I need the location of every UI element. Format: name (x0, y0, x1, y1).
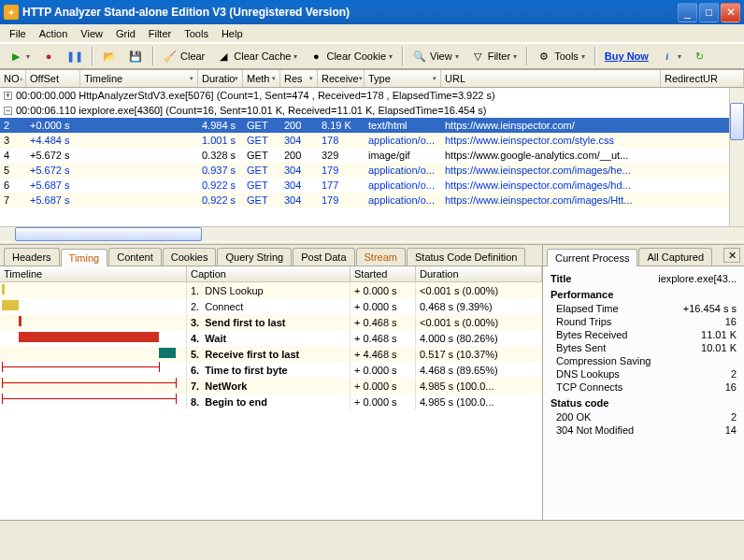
perf-field: Bytes Received11.01 K (551, 328, 737, 341)
clear-cache-label: Clear Cache (234, 50, 291, 62)
timing-col-caption[interactable]: Caption (187, 266, 351, 281)
refresh-icon: ↻ (693, 49, 708, 64)
open-button[interactable]: 📂 (97, 46, 122, 66)
col-duration[interactable]: Duratio▾ (198, 70, 243, 87)
menubar: File Action View Grid Filter Tools Help (0, 24, 744, 43)
timing-col-timeline[interactable]: Timeline (0, 266, 187, 281)
status-field: 304 Not Modified14 (551, 424, 737, 437)
status-section: Status code (551, 397, 737, 409)
title-label: Title (551, 273, 571, 284)
tree-group[interactable]: +00:00:00.000 HttpAnalyzerStdV3.exe[5076… (0, 88, 744, 103)
tab-timing[interactable]: Timing (61, 249, 108, 266)
clear-cache-button[interactable]: ◢Clear Cache▾ (211, 46, 302, 66)
timing-header: Timeline Caption Started Duration (0, 266, 542, 282)
vertical-scrollbar[interactable] (729, 88, 744, 226)
menu-tools[interactable]: Tools (179, 26, 214, 41)
process-title: iexplore.exe[43... (658, 273, 737, 284)
gear-icon: ⚙ (537, 49, 551, 64)
filter-dropdown[interactable]: ▽Filter▾ (465, 46, 522, 66)
eraser-icon: ◢ (216, 49, 231, 64)
menu-view[interactable]: View (75, 26, 108, 41)
funnel-icon: ▽ (470, 49, 485, 64)
col-timeline[interactable]: Timeline▾ (80, 70, 198, 87)
view-dropdown[interactable]: 🔍View▾ (408, 46, 464, 66)
perf-field: TCP Connects16 (551, 381, 737, 394)
menu-grid[interactable]: Grid (110, 26, 141, 41)
col-url[interactable]: URL (441, 70, 661, 87)
clear-cookie-label: Clear Cookie (326, 50, 386, 62)
timing-row: 7. NetWork+ 0.000 s4.985 s (100.0... (0, 378, 542, 394)
grid-row[interactable]: 3+4.484 s1.001 sGET304178application/o..… (0, 133, 744, 148)
col-redirect[interactable]: RedirectUR (661, 70, 744, 87)
tab-current-process[interactable]: Current Process (547, 249, 637, 266)
grid-row[interactable]: 6+5.687 s0.922 sGET304177application/o..… (0, 178, 744, 193)
col-method[interactable]: Meth▾ (243, 70, 280, 87)
performance-section: Performance (551, 289, 737, 300)
horizontal-scrollbar[interactable] (0, 226, 744, 241)
col-no[interactable]: NO▵ (0, 70, 26, 87)
grid-row[interactable]: 4+5.672 s0.328 sGET200329image/gifhttps:… (0, 148, 744, 163)
tab-querystring[interactable]: Query String (217, 248, 292, 266)
save-icon: 💾 (128, 49, 143, 64)
view-icon: 🔍 (412, 49, 427, 64)
stop-icon: ● (41, 49, 56, 64)
menu-file[interactable]: File (4, 26, 32, 41)
statusbar (0, 520, 744, 537)
info-button[interactable]: i▾ (655, 46, 686, 66)
col-type[interactable]: Type▾ (365, 70, 441, 87)
menu-action[interactable]: Action (34, 26, 74, 41)
folder-open-icon: 📂 (102, 49, 117, 64)
perf-field: Round Trips16 (551, 315, 737, 328)
collapse-icon[interactable]: − (4, 107, 12, 115)
menu-help[interactable]: Help (216, 26, 249, 41)
perf-field: Elapsed Time+16.454 s s (551, 302, 737, 315)
stop-button[interactable]: ● (36, 46, 61, 66)
timing-row: 1. DNS Lookup+ 0.000 s<0.001 s (0.00%) (0, 282, 542, 298)
process-panel: Titleiexplore.exe[43... Performance Elap… (543, 266, 744, 520)
titlebar: ✦ HTTP Analyzer Stand-alone Edition V3 (… (0, 0, 744, 24)
buy-now-link[interactable]: Buy Now (600, 48, 653, 65)
tab-stream[interactable]: Stream (356, 248, 406, 266)
filter-label: Filter (488, 50, 510, 62)
cookie-icon: ● (308, 49, 323, 64)
tab-cookies[interactable]: Cookies (163, 248, 217, 266)
tree-group[interactable]: −00:00:06.110 iexplore.exe[4360] (Count=… (0, 103, 744, 118)
col-received[interactable]: Receive▾ (318, 70, 365, 87)
grid-row[interactable]: 5+5.672 s0.937 sGET304179application/o..… (0, 163, 744, 178)
col-result[interactable]: Res▾ (280, 70, 318, 87)
maximize-button[interactable]: □ (699, 3, 719, 22)
perf-field: Bytes Sent10.01 K (551, 341, 737, 354)
save-button[interactable]: 💾 (123, 46, 148, 66)
tab-postdata[interactable]: Post Data (293, 248, 354, 266)
minimize-button[interactable]: _ (678, 3, 697, 22)
perf-field: Compression Saving (551, 354, 737, 367)
close-panel-button[interactable]: ✕ (723, 248, 740, 263)
tab-content[interactable]: Content (108, 248, 162, 266)
timing-row: 5. Receive first to last+ 4.468 s0.517 s… (0, 346, 542, 362)
toolbar: ▶▾ ● ❚❚ 📂 💾 🧹Clear ◢Clear Cache▾ ●Clear … (0, 43, 744, 69)
timing-col-started[interactable]: Started (351, 266, 416, 281)
pause-button[interactable]: ❚❚ (63, 46, 87, 66)
tab-headers[interactable]: Headers (4, 248, 60, 266)
clear-cookie-button[interactable]: ●Clear Cookie▾ (304, 46, 397, 66)
info-icon: i (660, 49, 675, 64)
menu-filter[interactable]: Filter (143, 26, 177, 41)
view-label: View (430, 50, 452, 62)
grid-row[interactable]: 2+0.000 s4.984 sGET2008.19 Ktext/htmlhtt… (0, 118, 744, 133)
grid-header: NO▵ OffSet Timeline▾ Duratio▾ Meth▾ Res▾… (0, 69, 744, 88)
tab-all-captured[interactable]: All Captured (638, 248, 712, 266)
grid-row[interactable]: 7+5.687 s0.922 sGET304179application/o..… (0, 193, 744, 208)
tools-label: Tools (554, 50, 579, 62)
expand-icon[interactable]: + (4, 92, 12, 100)
tools-dropdown[interactable]: ⚙Tools▾ (532, 46, 590, 66)
start-button[interactable]: ▶▾ (4, 46, 35, 66)
col-offset[interactable]: OffSet (26, 70, 80, 87)
timing-row: 8. Begin to end+ 0.000 s4.985 s (100.0..… (0, 394, 542, 409)
play-icon: ▶ (8, 49, 23, 64)
refresh-button[interactable]: ↻ (688, 46, 712, 66)
timing-col-duration[interactable]: Duration (416, 266, 542, 281)
close-button[interactable]: ✕ (721, 3, 740, 22)
pause-icon: ❚❚ (67, 49, 82, 64)
clear-button[interactable]: 🧹Clear (158, 46, 209, 66)
tab-statuscode[interactable]: Status Code Definition (407, 248, 525, 266)
